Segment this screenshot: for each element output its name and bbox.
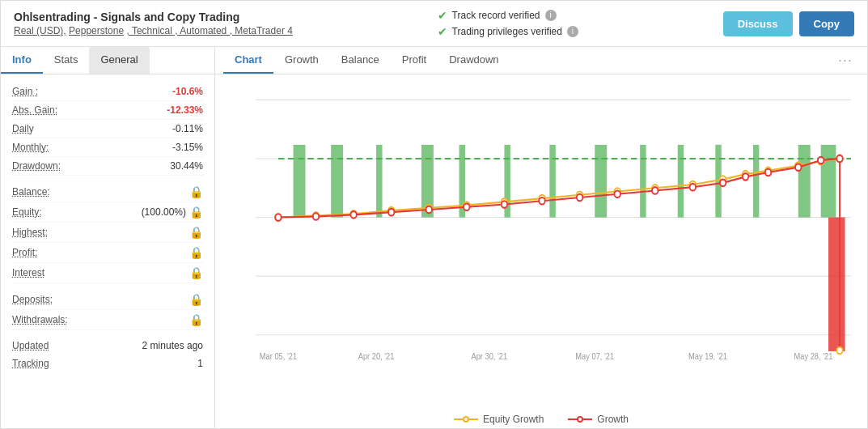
svg-point-59 (795, 164, 801, 171)
svg-point-49 (464, 203, 469, 210)
tracking-label: Tracking (12, 358, 49, 369)
monthly-value: -3.15% (172, 142, 203, 153)
left-tabs: Info Stats General (1, 47, 214, 74)
interest-lock-icon: 🔒 (189, 266, 203, 279)
svg-point-46 (350, 211, 356, 219)
highest-lock-icon: 🔒 (189, 226, 203, 239)
subtitle-suffix: , Technical , Automated , MetaTrader 4 (126, 25, 292, 36)
check-icon-1: ✔ (438, 9, 447, 22)
equity-label: Equity: (12, 206, 42, 218)
profit-row: Profit: 🔒 (12, 243, 203, 263)
svg-point-48 (426, 206, 432, 214)
chart-tab-balance[interactable]: Balance (330, 47, 391, 74)
chart-tab-profit[interactable]: Profit (391, 47, 438, 74)
chart-area: 48% 24% 0% -24% -48% (215, 74, 867, 409)
tracking-row: Tracking 1 (12, 355, 203, 372)
svg-point-55 (690, 184, 696, 191)
interest-label: Interest (12, 267, 44, 278)
svg-rect-19 (678, 145, 684, 218)
check-icon-2: ✔ (438, 25, 447, 38)
verify-track-label: Track record verified (452, 10, 540, 21)
svg-point-52 (577, 194, 582, 202)
svg-point-45 (313, 213, 319, 220)
svg-rect-11 (331, 145, 343, 218)
interest-row: Interest 🔒 (12, 263, 203, 283)
svg-point-50 (502, 201, 507, 208)
left-panel: Info Stats General Gain : -10.6% Abs. Ga… (1, 47, 215, 428)
chart-tab-drawdown[interactable]: Drawdown (438, 47, 510, 74)
svg-text:May 19, '21: May 19, '21 (688, 351, 727, 361)
right-panel: Chart Growth Balance Profit Drawdown ···… (215, 47, 867, 428)
monthly-row: Monthly: -3.15% (12, 138, 203, 157)
svg-point-57 (743, 173, 748, 181)
info-icon-1[interactable]: i (545, 10, 557, 21)
svg-text:Apr 30, '21: Apr 30, '21 (471, 351, 507, 361)
info-icon-2[interactable]: i (567, 26, 578, 37)
header-left: Ohlsentrading - Signals and Copy Trading… (14, 11, 293, 36)
tab-info[interactable]: Info (1, 47, 43, 74)
legend-growth-label: Growth (597, 414, 629, 425)
chart-tab-chart[interactable]: Chart (223, 47, 273, 74)
profit-lock-icon: 🔒 (189, 246, 203, 259)
svg-rect-21 (753, 145, 759, 218)
verify-trading: ✔ Trading privileges verified i (438, 25, 578, 38)
chart-svg: 48% 24% 0% -24% -48% (256, 83, 851, 376)
svg-rect-17 (595, 145, 607, 218)
svg-text:Apr 20, '21: Apr 20, '21 (358, 351, 395, 361)
gain-value: -10.6% (172, 86, 203, 97)
svg-rect-18 (640, 145, 646, 218)
verify-trading-label: Trading privileges verified (452, 26, 562, 37)
daily-label: Daily (12, 123, 34, 134)
equity-row: Equity: (100.00%) 🔒 (12, 202, 203, 223)
page-subtitle: Real (USD), Pepperstone , Technical , Au… (14, 25, 293, 36)
svg-point-44 (275, 214, 281, 221)
legend-growth: Growth (568, 414, 629, 425)
chart-tab-more-button[interactable]: ··· (832, 49, 859, 72)
equity-value: (100.00%) (142, 206, 186, 218)
svg-text:May 07, '21: May 07, '21 (575, 351, 614, 361)
chart-tab-growth[interactable]: Growth (273, 47, 330, 74)
legend-equity-label: Equity Growth (483, 414, 544, 425)
svg-rect-16 (549, 145, 555, 218)
legend-equity: Equity Growth (454, 414, 544, 425)
deposits-lock-icon: 🔒 (189, 293, 203, 306)
withdrawals-lock-icon: 🔒 (189, 313, 203, 326)
svg-rect-23 (821, 145, 836, 218)
monthly-label: Monthly: (12, 142, 49, 153)
svg-point-53 (614, 190, 620, 198)
copy-button[interactable]: Copy (799, 11, 855, 36)
balance-lock-icon: 🔒 (189, 185, 203, 198)
abs-gain-label: Abs. Gain: (12, 104, 57, 116)
withdrawals-row: Withdrawals: 🔒 (12, 310, 203, 330)
drawdown-value: 30.44% (170, 160, 203, 172)
drawdown-row: Drawdown: 30.44% (12, 157, 203, 176)
broker-link[interactable]: Pepperstone (69, 25, 124, 36)
svg-rect-24 (828, 218, 845, 351)
tab-general[interactable]: General (89, 47, 149, 74)
page-title: Ohlsentrading - Signals and Copy Trading (14, 11, 293, 23)
updated-label: Updated (12, 340, 49, 351)
deposits-label: Deposits: (12, 294, 53, 305)
abs-gain-value: -12.33% (167, 104, 203, 116)
svg-point-61 (836, 155, 842, 163)
daily-value: -0.11% (172, 123, 203, 134)
daily-row: Daily -0.11% (12, 120, 203, 138)
discuss-button[interactable]: Discuss (723, 11, 793, 36)
gain-label: Gain : (12, 86, 38, 97)
abs-gain-row: Abs. Gain: -12.33% (12, 101, 203, 120)
highest-row: Highest: 🔒 (12, 223, 203, 243)
balance-row: Balance: 🔒 (12, 182, 203, 202)
updated-value: 2 minutes ago (142, 340, 203, 351)
info-content: Gain : -10.6% Abs. Gain: -12.33% Daily -… (1, 74, 214, 428)
svg-point-54 (652, 187, 658, 194)
updated-row: Updated 2 minutes ago (12, 337, 203, 355)
svg-point-47 (388, 209, 394, 216)
equity-lock-icon: 🔒 (189, 206, 203, 219)
profit-label: Profit: (12, 247, 37, 258)
verify-track: ✔ Track record verified i (438, 9, 578, 22)
svg-rect-10 (294, 145, 306, 218)
verify-section: ✔ Track record verified i ✔ Trading priv… (438, 9, 578, 38)
subtitle-prefix: Real (USD), (14, 25, 66, 36)
drawdown-label: Drawdown: (12, 160, 61, 172)
tab-stats[interactable]: Stats (43, 47, 90, 74)
